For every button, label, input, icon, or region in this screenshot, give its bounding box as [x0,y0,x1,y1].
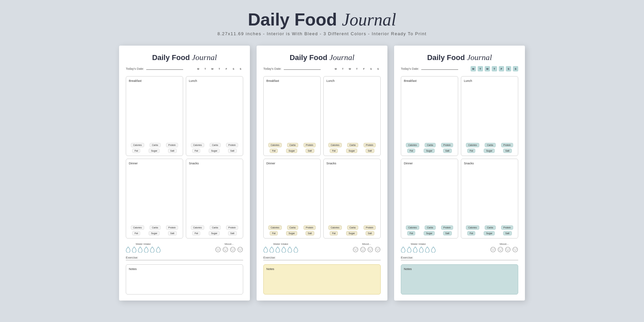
water-label-1: Water Intake [136,243,151,246]
mood-section-3: Mood... [490,243,518,253]
drop-3-6 [431,247,436,253]
journal-3-title: Daily Food Journal [401,53,518,62]
drop-2-5 [287,247,292,253]
notes-box-1: Notes [126,264,243,294]
day-T-1: T [203,66,208,71]
page-header: Daily Food Journal 8.27x11.69 inches - I… [217,10,427,36]
badge-salt-l2: Salt [366,149,374,153]
badge-calories-s1: Calories [191,225,204,230]
badge-fat-b1: Fat [132,149,140,153]
badge-fat-l1: Fat [192,149,200,153]
notes-box-2: Notes [263,264,381,294]
badge-carbs-l1: Carbs [210,143,221,147]
badge-carbs-b2: Carbs [287,143,298,147]
badge-carbs-s2: Carbs [347,225,358,230]
drop-2-1 [263,247,268,253]
svg-point-10 [238,247,243,252]
svg-point-27 [492,249,492,249]
badge-protein-b1: Protein [166,143,178,147]
day-F-3: F [499,66,504,71]
badge-salt-l3: Salt [503,149,512,153]
notes-label-3: Notes [404,267,515,271]
svg-point-14 [354,249,355,249]
face-sad-1 [215,247,221,253]
journal-2-date-row: Today's Date: M T W T F S S [263,66,381,71]
badge-sugar-d1: Sugar [149,231,160,235]
water-drops-3 [401,247,436,253]
meals-grid-1: Breakfast Calories Carbs Protein Fat Sug… [126,76,243,238]
badge-calories-d2: Calories [268,225,282,230]
badge-salt-s1: Salt [228,231,237,235]
svg-point-31 [501,249,502,249]
badge-salt-s2: Salt [366,231,374,235]
meal-snacks-3: Snacks Calories Carbs Protein Fat Sugar … [461,159,518,238]
exercise-row-1: Exercise: [126,256,243,260]
badge-salt-b1: Salt [168,149,177,153]
water-label-2: Water Intake [273,243,288,246]
badge-salt-d1: Salt [168,231,177,235]
svg-point-2 [219,249,219,249]
badge-protein-l3: Protein [501,143,513,147]
exercise-row-3: Exercise: [401,256,518,260]
svg-point-11 [239,249,239,249]
drop-2-3 [275,247,280,253]
breakfast-label-1: Breakfast [129,79,180,83]
day-F-2: F [361,66,367,71]
badge-sugar-s3: Sugar [484,231,495,235]
lunch-label-2: Lunch [326,79,378,83]
day-S2-1: S [238,66,243,71]
badge-protein-b2: Protein [304,143,316,147]
page-subtitle: 8.27x11.69 inches - Interior is With Ble… [217,31,427,36]
day-S-1: S [231,66,236,71]
svg-point-24 [376,249,377,249]
svg-point-1 [217,249,217,249]
badge-sugar-l2: Sugar [346,149,357,153]
meal-snacks-1: Snacks Calories Carbs Protein Fat Sugar … [186,159,243,238]
svg-point-23 [375,247,380,252]
face-neutral-2 [360,247,366,253]
badge-fat-s1: Fat [192,231,200,235]
svg-point-3 [223,247,228,252]
drop-4 [144,247,149,253]
face-neutral-1 [222,247,228,253]
day-S-3: S [506,66,511,71]
snacks-label-1: Snacks [189,162,240,165]
svg-point-37 [514,249,515,249]
page-title: Daily Food Journal [217,10,427,29]
badge-salt-b2: Salt [306,149,314,153]
days-row-2: M T W T F S S [333,66,381,71]
badge-calories-s2: Calories [328,225,342,230]
day-T-2: T [340,66,345,71]
badge-calories-s3: Calories [466,225,479,230]
journal-page-2: Daily Food Journal Today's Date: M T W T… [257,46,387,301]
badge-fat-b2: Fat [270,149,278,153]
svg-point-18 [364,249,364,249]
drop-2-6 [293,247,298,253]
face-ok-2 [367,247,373,253]
drop-1 [126,247,130,253]
badge-fat-l3: Fat [467,149,475,153]
drop-2-4 [281,247,286,253]
badge-sugar-l1: Sugar [209,149,220,153]
date-label-3: Today's Date: [401,67,458,70]
water-mood-row-1: Water Intake Mood... [126,243,243,253]
day-M-2: M [333,66,338,71]
meals-grid-3: Breakfast Calories Carbs Protein Fat Sug… [401,76,518,238]
day-F-1: F [224,66,229,71]
badge-sugar-d3: Sugar [424,231,435,235]
badge-carbs-s1: Carbs [210,225,221,230]
mood-label-2: Mood... [362,243,371,246]
badge-protein-l2: Protein [364,143,376,147]
badge-carbs-l2: Carbs [347,143,358,147]
meals-grid-2: Breakfast Calories Carbs Protein Fat Sug… [263,76,381,238]
badge-sugar-b1: Sugar [149,149,160,153]
lunch-label-1: Lunch [189,79,240,83]
badge-protein-s2: Protein [364,225,376,230]
badge-protein-d1: Protein [166,225,178,230]
water-mood-row-2: Water Intake Mood... [263,243,381,253]
meal-dinner-3: Dinner Calories Carbs Protein Fat Sugar … [401,159,458,238]
badge-carbs-d2: Carbs [287,225,298,230]
face-sad-3 [490,247,496,253]
mood-faces-2 [353,247,381,253]
water-drops-2 [263,247,298,253]
